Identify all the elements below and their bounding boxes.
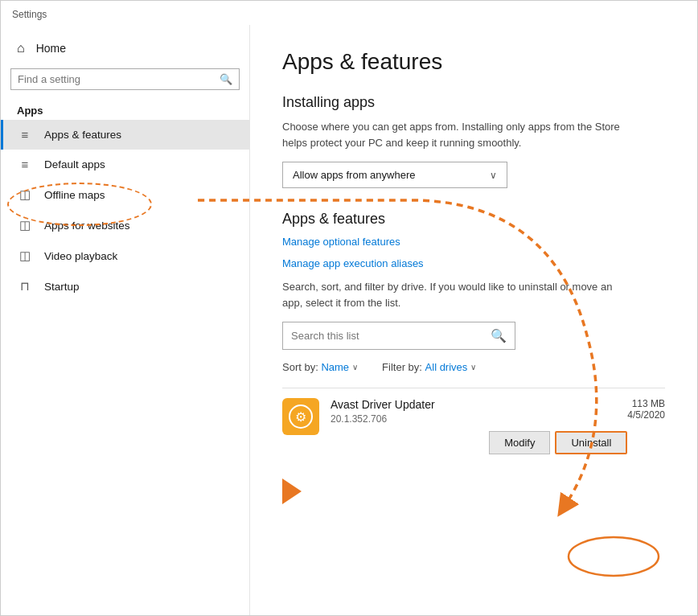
window-title: Settings <box>12 9 47 20</box>
chevron-down-icon: ∨ <box>490 170 497 181</box>
search-list-box[interactable]: 🔍 <box>282 322 515 350</box>
search-sort-desc: Search, sort, and filter by drive. If yo… <box>282 279 628 310</box>
sidebar-search-input[interactable] <box>18 73 220 85</box>
apps-features-section-title: Apps & features <box>282 211 665 228</box>
filter-label: Filter by: All drives ∨ <box>382 361 476 373</box>
app-icon <box>289 405 313 429</box>
app-version: 20.1.352.706 <box>331 413 627 425</box>
uninstall-button[interactable]: Uninstall <box>555 431 627 454</box>
installing-section-title: Installing apps <box>282 94 665 111</box>
filter-dropdown[interactable]: All drives ∨ <box>425 361 477 373</box>
sort-dropdown[interactable]: Name ∨ <box>321 361 358 373</box>
apps-features-icon: ≡ <box>17 128 33 142</box>
apps-websites-icon: ◫ <box>17 218 33 232</box>
search-list-input[interactable] <box>291 330 491 342</box>
sidebar-item-apps-features-label: Apps & features <box>44 129 121 141</box>
sidebar-item-apps-features[interactable]: ≡ Apps & features <box>1 120 249 150</box>
sort-label: Sort by: Name ∨ <box>282 361 358 373</box>
sort-value: Name <box>321 361 349 373</box>
sidebar-item-default-apps-label: Default apps <box>44 158 105 170</box>
modify-button[interactable]: Modify <box>489 431 550 454</box>
sort-filter-row: Sort by: Name ∨ Filter by: All drives ∨ <box>282 361 665 373</box>
sidebar: ⌂ Home 🔍 Apps ≡ Apps & features ≡ Defaul… <box>1 25 250 615</box>
app-size: 113 MB <box>627 398 665 409</box>
sidebar-item-video-playback-label: Video playback <box>44 250 117 262</box>
sidebar-item-offline-maps-label: Offline maps <box>44 189 105 201</box>
filter-value: All drives <box>425 361 468 373</box>
sidebar-item-home[interactable]: ⌂ Home <box>1 33 249 64</box>
main-content: Apps & features Installing apps Choose w… <box>250 25 697 615</box>
sidebar-home-label: Home <box>36 42 66 55</box>
app-buttons: Modify Uninstall <box>331 431 627 454</box>
video-playback-icon: ◫ <box>17 248 33 263</box>
list-search-icon: 🔍 <box>491 328 507 343</box>
app-meta: 113 MB 4/5/2020 <box>627 398 665 421</box>
sort-chevron-icon: ∨ <box>352 363 358 372</box>
manage-optional-link[interactable]: Manage optional features <box>282 236 665 248</box>
sidebar-search-icon: 🔍 <box>220 73 232 85</box>
sidebar-item-default-apps[interactable]: ≡ Default apps <box>1 150 249 179</box>
home-icon: ⌂ <box>17 41 25 55</box>
settings-window: Settings ⌂ Home 🔍 Apps ≡ Apps & features… <box>0 0 698 616</box>
startup-icon: ⊓ <box>17 279 33 294</box>
default-apps-icon: ≡ <box>17 158 33 171</box>
allow-apps-value: Allow apps from anywhere <box>293 169 415 181</box>
manage-aliases-link[interactable]: Manage app execution aliases <box>282 257 665 269</box>
sidebar-item-apps-websites[interactable]: ◫ Apps for websites <box>1 210 249 240</box>
sidebar-section-label: Apps <box>1 100 249 120</box>
installing-desc: Choose where you can get apps from. Inst… <box>282 119 628 150</box>
page-title: Apps & features <box>282 49 665 75</box>
app-list-item[interactable]: Avast Driver Updater 20.1.352.706 Modify… <box>282 388 665 464</box>
content-area: ⌂ Home 🔍 Apps ≡ Apps & features ≡ Defaul… <box>1 25 697 615</box>
app-name: Avast Driver Updater <box>331 398 627 411</box>
allow-apps-dropdown[interactable]: Allow apps from anywhere ∨ <box>282 162 507 188</box>
app-icon-box <box>282 398 319 435</box>
sidebar-item-apps-websites-label: Apps for websites <box>44 220 130 232</box>
title-bar: Settings <box>1 1 697 25</box>
sidebar-search-box[interactable]: 🔍 <box>10 68 240 90</box>
app-date: 4/5/2020 <box>627 409 665 421</box>
app-info: Avast Driver Updater 20.1.352.706 Modify… <box>331 398 627 454</box>
offline-maps-icon: ◫ <box>17 187 33 202</box>
sidebar-item-startup-label: Startup <box>44 281 80 293</box>
sidebar-item-offline-maps[interactable]: ◫ Offline maps <box>1 179 249 210</box>
sidebar-item-video-playback[interactable]: ◫ Video playback <box>1 240 249 271</box>
filter-chevron-icon: ∨ <box>470 363 476 372</box>
sidebar-item-startup[interactable]: ⊓ Startup <box>1 271 249 302</box>
